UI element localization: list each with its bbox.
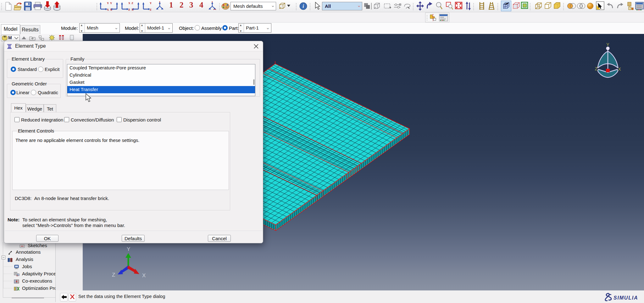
- svg-text:Z: Z: [131, 2, 133, 5]
- svg-text:Y: Y: [211, 1, 213, 3]
- svg-text:Y: Y: [107, 2, 109, 5]
- svg-text:X: X: [142, 273, 146, 279]
- svg-text:X: X: [128, 2, 130, 5]
- svg-text:i: i: [303, 3, 304, 9]
- svg-text:X: X: [107, 8, 109, 11]
- svg-text:X: X: [131, 8, 134, 11]
- svg-text:Y: Y: [150, 2, 152, 5]
- svg-text:Z: Z: [595, 66, 598, 71]
- svg-text:X: X: [618, 67, 621, 72]
- svg-text:Y: Y: [159, 1, 161, 3]
- svg-text:X: X: [110, 8, 112, 11]
- svg-text:Y: Y: [110, 2, 112, 5]
- svg-text:Z: Z: [150, 8, 152, 11]
- svg-text:Y: Y: [606, 42, 609, 47]
- svg-text:SIMULIA: SIMULIA: [613, 295, 638, 300]
- svg-text:Z: Z: [112, 272, 115, 278]
- svg-text:Z: Z: [128, 8, 130, 11]
- svg-text:Y: Y: [127, 246, 130, 252]
